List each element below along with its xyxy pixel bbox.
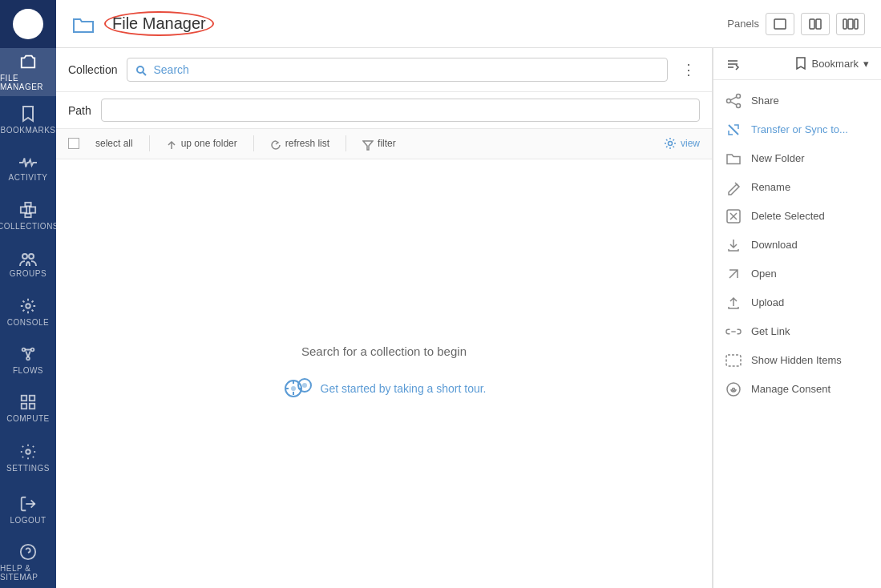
select-all-checkbox[interactable] (68, 138, 79, 149)
up-folder-icon (166, 137, 177, 150)
sidebar: FILE MANAGER BOOKMARKS ACTIVITY COLLECTI… (0, 0, 56, 588)
svg-point-36 (727, 99, 731, 103)
gear-icon (664, 137, 677, 150)
sidebar-item-logout[interactable]: LOGOUT (0, 484, 56, 536)
download-icon (725, 237, 742, 253)
svg-line-40 (729, 125, 738, 135)
svg-point-46 (727, 383, 740, 396)
upload-icon (725, 295, 742, 311)
menu-open-label: Open (751, 268, 777, 280)
filter-button[interactable]: filter (359, 135, 399, 151)
collection-row: Collection ⋮ (56, 48, 712, 92)
svg-point-37 (737, 103, 741, 107)
flows-icon (19, 345, 37, 363)
transfer-sync-icon (725, 122, 742, 138)
groups-icon (18, 250, 38, 265)
bookmark-button[interactable]: Bookmark ▾ (795, 56, 869, 70)
svg-rect-21 (843, 19, 847, 29)
svg-rect-23 (855, 19, 858, 29)
svg-rect-0 (21, 207, 26, 212)
right-panel-menu: Share Transfer or Sync to... (713, 80, 881, 588)
menu-transfer-sync-label: Transfer or Sync to... (751, 123, 848, 135)
settings-icon (19, 443, 37, 461)
menu-item-delete-selected[interactable]: Delete Selected (713, 202, 881, 231)
menu-item-manage-consent[interactable]: Manage Consent (713, 375, 881, 404)
tour-link[interactable]: Get started by taking a short tour. (282, 374, 487, 403)
menu-show-hidden-label: Show Hidden Items (751, 354, 842, 366)
menu-rename-label: Rename (751, 181, 790, 193)
sidebar-item-file-manager-label: FILE MANAGER (0, 74, 56, 91)
app-logo[interactable] (0, 0, 56, 48)
svg-marker-26 (363, 141, 373, 150)
select-all-button[interactable]: select all (92, 136, 136, 151)
single-panel-button[interactable] (766, 13, 794, 35)
path-label: Path (68, 104, 91, 117)
sidebar-item-flows-label: FLOWS (13, 366, 43, 375)
menu-delete-selected-label: Delete Selected (751, 210, 825, 222)
view-button[interactable]: view (664, 137, 700, 150)
file-manager-area: Collection ⋮ Path (56, 48, 881, 588)
svg-point-7 (22, 348, 26, 351)
svg-rect-18 (774, 19, 786, 29)
sidebar-item-help[interactable]: HELP & SITEMAP (0, 536, 56, 588)
sidebar-item-collections[interactable]: COLLECTIONS (0, 192, 56, 240)
sidebar-item-console[interactable]: CONSOLE (0, 288, 56, 336)
path-input[interactable] (101, 99, 700, 122)
svg-rect-11 (30, 395, 34, 400)
up-one-folder-button[interactable]: up one folder (163, 135, 240, 151)
toolbar-right: view (664, 137, 700, 150)
separator-1 (149, 135, 150, 151)
sidebar-item-help-label: HELP & SITEMAP (0, 564, 56, 582)
bookmark-header: Bookmark ▾ (713, 48, 881, 80)
search-input[interactable] (153, 63, 659, 76)
new-folder-icon (725, 151, 742, 167)
svg-rect-3 (25, 214, 30, 218)
menu-item-share[interactable]: Share (713, 87, 881, 115)
toolbar-row: select all up one folder (56, 129, 712, 159)
separator-3 (346, 135, 346, 151)
collapse-panel-button[interactable] (725, 56, 740, 71)
sidebar-item-flows[interactable]: FLOWS (0, 336, 56, 384)
compute-icon (19, 393, 37, 411)
menu-item-open[interactable]: Open (713, 260, 881, 288)
filter-icon (362, 137, 374, 150)
search-icon (135, 63, 147, 76)
help-icon (19, 543, 37, 561)
sidebar-item-settings-label: SETTINGS (6, 464, 50, 473)
view-label: view (681, 138, 700, 149)
dual-panel-button[interactable] (801, 13, 830, 35)
svg-rect-45 (726, 355, 741, 366)
svg-point-9 (26, 356, 30, 360)
sidebar-item-bookmarks[interactable]: BOOKMARKS (0, 96, 56, 144)
sidebar-item-compute[interactable]: COMPUTE (0, 384, 56, 432)
rename-icon (725, 179, 742, 195)
logout-icon (19, 495, 37, 513)
folder-icon (72, 13, 95, 34)
menu-item-get-link[interactable]: Get Link (713, 317, 881, 346)
sidebar-item-file-manager[interactable]: FILE MANAGER (0, 48, 56, 96)
menu-item-show-hidden[interactable]: Show Hidden Items (713, 346, 881, 375)
file-manager-icon (19, 53, 37, 70)
menu-item-upload[interactable]: Upload (713, 288, 881, 317)
sidebar-item-activity[interactable]: ACTIVITY (0, 144, 56, 192)
search-box (127, 58, 668, 82)
more-options-button[interactable]: ⋮ (677, 61, 700, 79)
menu-item-rename[interactable]: Rename (713, 173, 881, 202)
menu-item-new-folder[interactable]: New Folder (713, 144, 881, 173)
collection-label: Collection (68, 63, 117, 76)
bookmark-label: Bookmark (811, 58, 859, 70)
svg-rect-1 (30, 207, 35, 212)
svg-line-39 (731, 102, 737, 105)
sidebar-item-settings[interactable]: SETTINGS (0, 432, 56, 484)
open-icon (725, 266, 742, 282)
menu-item-transfer-sync[interactable]: Transfer or Sync to... (713, 115, 881, 144)
menu-manage-consent-label: Manage Consent (751, 383, 830, 395)
sidebar-item-groups[interactable]: GROUPS (0, 240, 56, 288)
main-content: File Manager Panels (56, 0, 881, 588)
refresh-list-button[interactable]: refresh list (267, 135, 333, 151)
get-link-icon (725, 324, 742, 340)
svg-rect-13 (30, 403, 34, 408)
menu-item-download[interactable]: Download (713, 231, 881, 260)
refresh-icon (270, 137, 281, 150)
triple-panel-button[interactable] (836, 13, 865, 35)
